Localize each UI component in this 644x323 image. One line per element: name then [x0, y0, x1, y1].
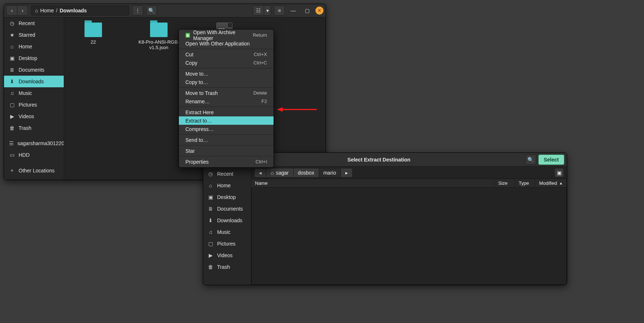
sidebar-label: Desktop [217, 194, 236, 200]
sidebar-label: Downloads [19, 79, 44, 84]
hamburger-button[interactable]: ≡ [274, 5, 285, 16]
fm-sidebar-item-sagarsharma3012200-[interactable]: ☰sagarsharma3012200… [4, 137, 64, 149]
back-button[interactable]: ‹ [6, 5, 17, 16]
dlg-sidebar-item-music[interactable]: ♫Music [203, 226, 251, 238]
dlg-sidebar-item-pictures[interactable]: ▢Pictures [203, 238, 251, 250]
col-type[interactable]: Type [515, 179, 535, 187]
crumb-current[interactable]: Downloads [60, 8, 87, 13]
select-button[interactable]: Select [538, 155, 564, 165]
ctx-label: Open With Other Application [185, 41, 250, 47]
crumb-sagar[interactable]: ⌂ sagar [266, 168, 294, 178]
ctx-label: Cut [185, 52, 193, 57]
dialog-file-list[interactable] [251, 188, 567, 285]
maximize-icon: ▢ [305, 8, 310, 13]
sidebar-label: Pictures [19, 102, 37, 108]
ctx-label: Open With Archive Manager [193, 29, 253, 41]
dlg-sidebar-item-trash[interactable]: 🗑Trash [203, 261, 251, 273]
ctx-label: Copy to… [185, 79, 208, 85]
col-name[interactable]: Name [251, 179, 495, 187]
dlg-sidebar-item-documents[interactable]: 🗎Documents [203, 203, 251, 215]
fm-sidebar-item-downloads[interactable]: ⬇Downloads [4, 76, 64, 87]
down-icon: ⬇ [9, 79, 15, 84]
new-folder-button[interactable]: ▣ [554, 168, 564, 178]
fm-sidebar-item-music[interactable]: ♫Music [4, 87, 64, 99]
dialog-search-button[interactable]: 🔍 [525, 155, 536, 165]
file-name: K8-Pro-ANSI-RGB-v1.5.json [137, 39, 181, 50]
ctx-shortcut: F2 [262, 99, 267, 104]
fm-sidebar-item-trash[interactable]: 🗑Trash [4, 122, 64, 134]
context-menu: ▦Open With Archive ManagerReturnOpen Wit… [178, 29, 274, 168]
home-icon: ⌂ [208, 183, 213, 188]
view-dropdown-button[interactable]: ▾ [264, 5, 271, 16]
view-mode-button[interactable]: ☷ [253, 5, 264, 16]
ctx-rename[interactable]: Rename…F2 [179, 97, 274, 105]
ctx-copy[interactable]: CopyCtrl+C [179, 59, 274, 67]
fm-sidebar-item-documents[interactable]: 🗎Documents [4, 64, 64, 76]
column-headers: Name Size Type Modified ▲ [251, 179, 567, 188]
clock-icon: ◷ [208, 171, 213, 177]
crumb-dosbox[interactable]: dosbox [294, 168, 319, 178]
close-icon: ✕ [318, 8, 321, 13]
ctx-label: Extract Here [185, 109, 214, 115]
ctx-compress[interactable]: Compress… [179, 125, 274, 133]
ctx-open-with-other-application[interactable]: Open With Other Application [179, 39, 274, 48]
clock-icon: ◷ [9, 20, 15, 26]
file-item[interactable]: 22 [71, 23, 115, 45]
close-button[interactable]: ✕ [315, 7, 323, 15]
new-folder-icon: ▣ [557, 170, 562, 176]
music-icon: ♫ [208, 229, 213, 235]
fm-sidebar-item-recent[interactable]: ◷Recent [4, 17, 64, 29]
dlg-sidebar-item-desktop[interactable]: ▣Desktop [203, 191, 251, 203]
crumb-home[interactable]: Home [40, 8, 54, 13]
chevron-down-icon: ▾ [266, 8, 269, 13]
crumb-back[interactable]: ◂ [254, 168, 266, 178]
home-icon: ⌂ [35, 8, 38, 13]
col-size[interactable]: Size [495, 179, 515, 187]
forward-button[interactable]: › [17, 5, 28, 16]
crumb-forward[interactable]: ▸ [341, 168, 353, 178]
fm-sidebar-item-videos[interactable]: ▶Videos [4, 111, 64, 122]
dlg-sidebar-item-home[interactable]: ⌂Home [203, 180, 251, 191]
fm-sidebar-item-home[interactable]: ⌂Home [4, 41, 64, 52]
location-bar[interactable]: ⌂ Home / Downloads [31, 5, 129, 16]
minimize-button[interactable]: — [288, 8, 299, 13]
sidebar-label: Trash [217, 264, 230, 270]
fm-sidebar-item-desktop[interactable]: ▣Desktop [4, 52, 64, 64]
file-item[interactable]: K8-Pro-ANSI-RGB-v1.5.json [137, 23, 181, 50]
dlg-sidebar-item-recent[interactable]: ◷Recent [203, 168, 251, 180]
ctx-move-to[interactable]: Move to… [179, 69, 274, 78]
fm-sidebar-item-pictures[interactable]: ▢Pictures [4, 99, 64, 111]
col-modified[interactable]: Modified ▲ [535, 179, 567, 187]
search-button[interactable]: 🔍 [146, 5, 157, 16]
ctx-copy-to[interactable]: Copy to… [179, 78, 274, 86]
ctx-label: Star [185, 148, 195, 154]
dlg-sidebar-item-videos[interactable]: ▶Videos [203, 250, 251, 261]
ctx-move-to-trash[interactable]: Move to TrashDelete [179, 89, 274, 97]
grid-icon: ☷ [256, 8, 261, 13]
ctx-cut[interactable]: CutCtrl+X [179, 50, 274, 59]
ctx-send-to[interactable]: Send to… [179, 136, 274, 144]
sidebar-label: Trash [19, 125, 31, 131]
crumb-sep: / [56, 8, 58, 13]
sidebar-label: Documents [19, 67, 44, 73]
fm-toolbar: ‹ › ⌂ Home / Downloads ⋮ 🔍 ☷ ▾ [4, 4, 326, 17]
pic-icon: ▢ [208, 241, 213, 247]
fm-sidebar-item-other-locations[interactable]: ＋Other Locations [4, 164, 64, 177]
fm-sidebar-item-starred[interactable]: ★Starred [4, 29, 64, 41]
ctx-properties[interactable]: PropertiesCtrl+I [179, 157, 274, 166]
ctx-extract-to[interactable]: Extract to… [179, 116, 274, 125]
maximize-button[interactable]: ▢ [302, 8, 313, 13]
menu-button[interactable]: ⋮ [132, 5, 143, 16]
video-icon: ▶ [9, 113, 15, 119]
sidebar-label: Downloads [217, 218, 242, 223]
ctx-open-with-archive-manager[interactable]: ▦Open With Archive ManagerReturn [179, 31, 274, 39]
sidebar-label: Home [217, 183, 231, 188]
crumb-mario[interactable]: mario [319, 168, 341, 178]
search-icon: 🔍 [148, 8, 154, 13]
dlg-sidebar-item-downloads[interactable]: ⬇Downloads [203, 215, 251, 226]
search-icon: 🔍 [527, 157, 534, 163]
fm-sidebar-item-hdd[interactable]: ▭HDD [4, 149, 64, 161]
ctx-star[interactable]: Star [179, 147, 274, 155]
kebab-icon: ⋮ [135, 8, 140, 13]
ctx-extract-here[interactable]: Extract Here [179, 108, 274, 116]
